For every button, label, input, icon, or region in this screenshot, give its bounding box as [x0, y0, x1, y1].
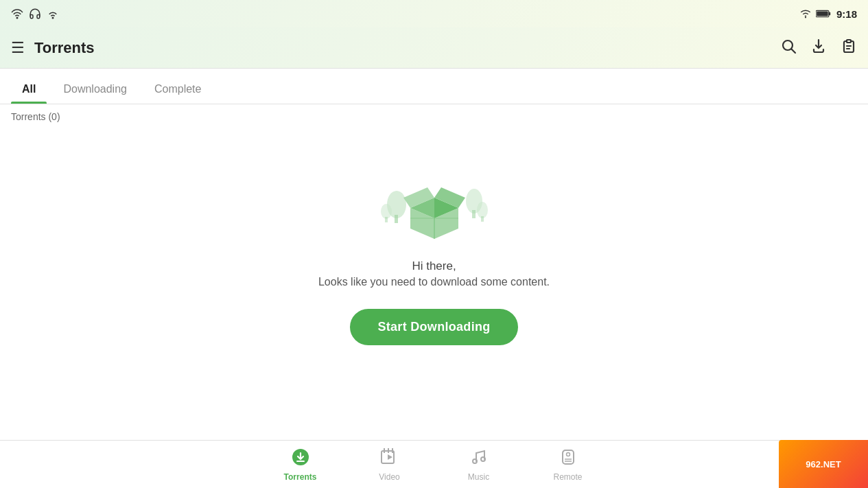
svg-point-17: [381, 204, 392, 219]
svg-point-34: [481, 457, 485, 461]
music-nav-icon: [469, 448, 489, 469]
svg-point-0: [16, 17, 18, 19]
empty-illustration: [373, 156, 496, 246]
video-nav-icon: [380, 448, 399, 469]
empty-state-subtitle: Looks like you need to download some con…: [318, 276, 550, 288]
time-display: 9:18: [836, 8, 857, 20]
nav-items: Torrents Video: [277, 448, 592, 482]
start-downloading-button[interactable]: Start Downloading: [350, 309, 517, 345]
watermark: 962.NET: [779, 440, 868, 488]
tab-downloading[interactable]: Downloading: [52, 75, 138, 104]
headphones-icon: [29, 8, 41, 20]
remote-nav-icon: [559, 448, 578, 469]
search-button[interactable]: [780, 38, 797, 58]
wifi-icon: [11, 8, 23, 20]
svg-point-15: [477, 202, 488, 218]
bottom-nav: Torrents Video: [0, 440, 868, 488]
svg-rect-18: [385, 217, 388, 222]
tab-all[interactable]: All: [11, 75, 47, 104]
svg-point-2: [805, 16, 806, 18]
battery-icon: [816, 10, 831, 18]
content-area: Torrents (0): [0, 104, 868, 440]
tab-complete[interactable]: Complete: [143, 75, 212, 104]
svg-rect-12: [395, 215, 398, 223]
top-bar: ☰ Torrents: [0, 27, 868, 69]
signal-icon: [47, 8, 59, 20]
svg-marker-32: [388, 454, 392, 460]
svg-rect-14: [472, 210, 476, 218]
add-torrent-button[interactable]: [810, 38, 827, 58]
app-title: Torrents: [34, 39, 780, 57]
nav-item-torrents[interactable]: Torrents: [277, 448, 325, 482]
svg-rect-8: [847, 40, 851, 43]
wifi-full-icon: [799, 9, 812, 19]
torrents-count: Torrents (0): [0, 104, 868, 129]
svg-point-1: [52, 17, 54, 19]
svg-point-36: [566, 452, 570, 456]
menu-button[interactable]: ☰: [11, 39, 25, 57]
nav-item-video[interactable]: Video: [366, 448, 414, 482]
torrents-nav-label: Torrents: [284, 472, 317, 482]
tabs-bar: All Downloading Complete: [0, 69, 868, 104]
svg-rect-5: [817, 11, 828, 16]
empty-state-title: Hi there,: [412, 259, 456, 273]
nav-item-music[interactable]: Music: [455, 448, 503, 482]
status-bar-left: [11, 8, 59, 20]
status-bar-right: 9:18: [799, 8, 857, 20]
svg-line-7: [792, 49, 796, 53]
nav-item-remote[interactable]: Remote: [544, 448, 592, 482]
torrents-nav-icon: [291, 448, 310, 469]
checklist-button[interactable]: [841, 38, 857, 58]
svg-point-33: [473, 459, 477, 463]
status-bar: 9:18: [0, 0, 868, 27]
empty-state: Hi there, Looks like you need to downloa…: [0, 129, 868, 345]
svg-rect-16: [481, 216, 484, 222]
video-nav-label: Video: [379, 472, 399, 482]
top-bar-actions: [780, 38, 857, 58]
remote-nav-label: Remote: [553, 472, 582, 482]
music-nav-label: Music: [468, 472, 489, 482]
svg-rect-4: [829, 12, 830, 16]
